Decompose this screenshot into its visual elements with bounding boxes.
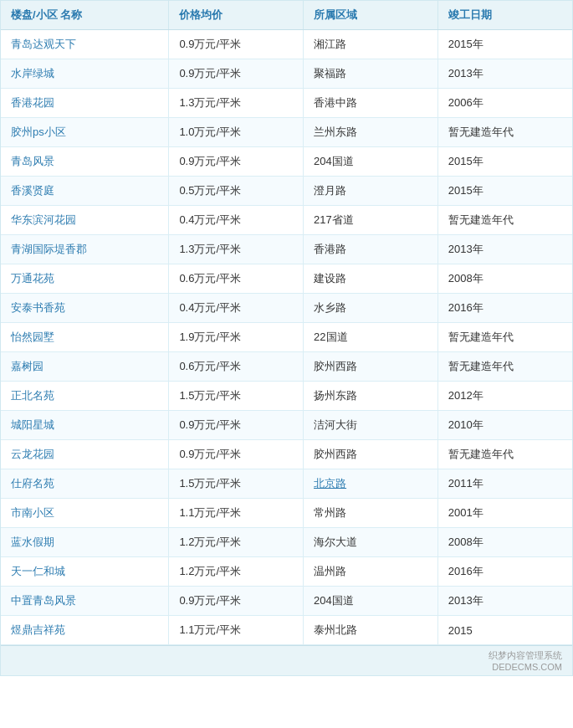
cell-year: 暂无建造年代 — [437, 440, 572, 469]
cell-property-name[interactable]: 青湖国际堤香郡 — [1, 235, 169, 264]
cell-year: 2013年 — [437, 59, 572, 89]
cell-price: 0.6万元/平米 — [169, 264, 304, 294]
table-row: 蓝水假期1.2万元/平米海尔大道2008年 — [1, 528, 572, 557]
cell-property-name[interactable]: 煜鼎吉祥苑 — [1, 616, 169, 645]
cell-price: 0.9万元/平米 — [169, 59, 304, 89]
cell-property-name[interactable]: 青岛达观天下 — [1, 30, 169, 59]
cell-property-name[interactable]: 城阳星城 — [1, 411, 169, 440]
cell-price: 0.9万元/平米 — [169, 587, 304, 616]
cell-property-name[interactable]: 香溪贤庭 — [1, 177, 169, 206]
cell-price: 1.1万元/平米 — [169, 616, 304, 645]
header-name: 楼盘/小区 名称 — [1, 1, 169, 30]
cell-year: 暂无建造年代 — [437, 206, 572, 235]
footer-bar: 织梦内容管理系统DEDECMS.COM — [1, 645, 572, 675]
cell-year: 2015年 — [437, 177, 572, 206]
table-row: 安泰书香苑0.4万元/平米水乡路2016年 — [1, 294, 572, 323]
cell-area: 聚福路 — [304, 59, 438, 89]
cell-area: 204国道 — [304, 147, 438, 177]
table-row: 水岸绿城0.9万元/平米聚福路2013年 — [1, 59, 572, 89]
cell-area: 扬州东路 — [304, 382, 438, 411]
cell-area: 建设路 — [304, 264, 438, 294]
cell-area: 兰州东路 — [304, 118, 438, 147]
cell-area: 22国道 — [304, 323, 438, 352]
cell-year: 2001年 — [437, 499, 572, 528]
cell-year: 2012年 — [437, 382, 572, 411]
cell-area: 澄月路 — [304, 177, 438, 206]
cell-price: 1.5万元/平米 — [169, 382, 304, 411]
cell-property-name[interactable]: 怡然园墅 — [1, 323, 169, 352]
cell-area: 洁河大街 — [304, 411, 438, 440]
cell-price: 0.6万元/平米 — [169, 352, 304, 382]
cell-property-name[interactable]: 万通花苑 — [1, 264, 169, 294]
property-table: 楼盘/小区 名称 价格均价 所属区域 竣工日期 青岛达观天下0.9万元/平米湘江… — [1, 1, 572, 645]
header-area: 所属区域 — [304, 1, 438, 30]
cell-price: 1.5万元/平米 — [169, 469, 304, 499]
table-row: 煜鼎吉祥苑1.1万元/平米泰州北路2015 — [1, 616, 572, 645]
cell-area: 湘江路 — [304, 30, 438, 59]
cell-price: 1.3万元/平米 — [169, 89, 304, 118]
table-row: 中置青岛风景0.9万元/平米204国道2013年 — [1, 587, 572, 616]
cell-area: 水乡路 — [304, 294, 438, 323]
cell-price: 0.9万元/平米 — [169, 147, 304, 177]
cell-property-name[interactable]: 蓝水假期 — [1, 528, 169, 557]
cell-area: 胶州西路 — [304, 352, 438, 382]
cell-year: 2011年 — [437, 469, 572, 499]
cell-price: 1.2万元/平米 — [169, 557, 304, 587]
table-header-row: 楼盘/小区 名称 价格均价 所属区域 竣工日期 — [1, 1, 572, 30]
table-row: 香港花园1.3万元/平米香港中路2006年 — [1, 89, 572, 118]
cell-property-name[interactable]: 胶州ps小区 — [1, 118, 169, 147]
cell-year: 2016年 — [437, 294, 572, 323]
cell-property-name[interactable]: 香港花园 — [1, 89, 169, 118]
cell-price: 1.2万元/平米 — [169, 528, 304, 557]
header-year: 竣工日期 — [437, 1, 572, 30]
cell-property-name[interactable]: 仕府名苑 — [1, 469, 169, 499]
cell-property-name[interactable]: 天一仁和城 — [1, 557, 169, 587]
cell-area: 204国道 — [304, 587, 438, 616]
cell-property-name[interactable]: 青岛风景 — [1, 147, 169, 177]
table-row: 嘉树园0.6万元/平米胶州西路暂无建造年代 — [1, 352, 572, 382]
cell-area: 常州路 — [304, 499, 438, 528]
cell-property-name[interactable]: 水岸绿城 — [1, 59, 169, 89]
cell-price: 1.0万元/平米 — [169, 118, 304, 147]
cell-price: 0.5万元/平米 — [169, 177, 304, 206]
cell-price: 0.9万元/平米 — [169, 440, 304, 469]
cell-price: 1.1万元/平米 — [169, 499, 304, 528]
cell-year: 2013年 — [437, 235, 572, 264]
cell-year: 2015年 — [437, 30, 572, 59]
cell-area: 217省道 — [304, 206, 438, 235]
cell-area: 胶州西路 — [304, 440, 438, 469]
cell-property-name[interactable]: 嘉树园 — [1, 352, 169, 382]
cell-area: 香港路 — [304, 235, 438, 264]
cell-property-name[interactable]: 市南小区 — [1, 499, 169, 528]
cell-year: 2016年 — [437, 557, 572, 587]
cell-area: 海尔大道 — [304, 528, 438, 557]
cell-year: 2015 — [437, 616, 572, 645]
cell-year: 2006年 — [437, 89, 572, 118]
cell-property-name[interactable]: 安泰书香苑 — [1, 294, 169, 323]
cell-price: 1.3万元/平米 — [169, 235, 304, 264]
table-row: 云龙花园0.9万元/平米胶州西路暂无建造年代 — [1, 440, 572, 469]
cell-year: 暂无建造年代 — [437, 118, 572, 147]
cell-area: 泰州北路 — [304, 616, 438, 645]
cell-area[interactable]: 北京路 — [304, 469, 438, 499]
cell-price: 0.9万元/平米 — [169, 30, 304, 59]
cell-price: 0.4万元/平米 — [169, 294, 304, 323]
cell-property-name[interactable]: 正北名苑 — [1, 382, 169, 411]
table-row: 青岛达观天下0.9万元/平米湘江路2015年 — [1, 30, 572, 59]
cell-property-name[interactable]: 华东滨河花园 — [1, 206, 169, 235]
cell-year: 2008年 — [437, 528, 572, 557]
cell-price: 0.4万元/平米 — [169, 206, 304, 235]
cell-property-name[interactable]: 中置青岛风景 — [1, 587, 169, 616]
property-table-container: 楼盘/小区 名称 价格均价 所属区域 竣工日期 青岛达观天下0.9万元/平米湘江… — [0, 0, 573, 676]
cell-year: 暂无建造年代 — [437, 352, 572, 382]
cell-property-name[interactable]: 云龙花园 — [1, 440, 169, 469]
table-row: 万通花苑0.6万元/平米建设路2008年 — [1, 264, 572, 294]
table-row: 怡然园墅1.9万元/平米22国道暂无建造年代 — [1, 323, 572, 352]
header-price: 价格均价 — [169, 1, 304, 30]
table-row: 青岛风景0.9万元/平米204国道2015年 — [1, 147, 572, 177]
cell-price: 1.9万元/平米 — [169, 323, 304, 352]
cell-area: 香港中路 — [304, 89, 438, 118]
cell-year: 暂无建造年代 — [437, 323, 572, 352]
cell-price: 0.9万元/平米 — [169, 411, 304, 440]
table-row: 天一仁和城1.2万元/平米温州路2016年 — [1, 557, 572, 587]
